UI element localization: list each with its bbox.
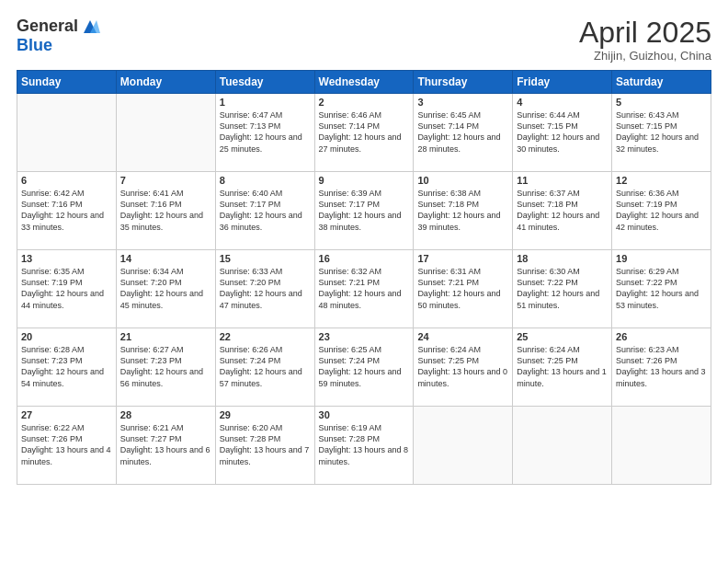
day-cell (414, 407, 513, 485)
day-info: Sunrise: 6:34 AM Sunset: 7:20 PM Dayligh… (120, 266, 211, 311)
day-number: 9 (319, 175, 410, 186)
day-info: Sunrise: 6:46 AM Sunset: 7:14 PM Dayligh… (319, 109, 410, 155)
logo-blue-text: Blue (17, 37, 100, 55)
day-info: Sunrise: 6:36 AM Sunset: 7:19 PM Dayligh… (616, 188, 707, 233)
day-cell (513, 407, 612, 485)
day-cell: 5Sunrise: 6:43 AM Sunset: 7:15 PM Daylig… (612, 94, 711, 172)
day-cell: 25Sunrise: 6:24 AM Sunset: 7:25 PM Dayli… (513, 328, 612, 407)
day-info: Sunrise: 6:41 AM Sunset: 7:16 PM Dayligh… (120, 188, 211, 233)
day-header-friday: Friday (513, 71, 612, 94)
day-cell: 30Sunrise: 6:19 AM Sunset: 7:28 PM Dayli… (314, 407, 414, 485)
day-info: Sunrise: 6:27 AM Sunset: 7:23 PM Dayligh… (120, 344, 211, 389)
day-number: 27 (21, 409, 112, 420)
logo-icon (80, 17, 100, 37)
day-number: 21 (120, 331, 211, 342)
day-info: Sunrise: 6:31 AM Sunset: 7:21 PM Dayligh… (417, 266, 508, 311)
month-title: April 2025 (579, 17, 711, 49)
day-cell: 21Sunrise: 6:27 AM Sunset: 7:23 PM Dayli… (116, 328, 215, 407)
day-cell: 29Sunrise: 6:20 AM Sunset: 7:28 PM Dayli… (215, 407, 314, 485)
logo: General Blue (17, 17, 100, 55)
day-cell: 12Sunrise: 6:36 AM Sunset: 7:19 PM Dayli… (612, 172, 711, 250)
day-info: Sunrise: 6:26 AM Sunset: 7:24 PM Dayligh… (220, 344, 311, 389)
day-number: 16 (319, 253, 410, 264)
day-number: 15 (220, 253, 311, 264)
day-cell: 3Sunrise: 6:45 AM Sunset: 7:14 PM Daylig… (414, 94, 513, 172)
day-cell: 8Sunrise: 6:40 AM Sunset: 7:17 PM Daylig… (215, 172, 314, 250)
day-cell: 10Sunrise: 6:38 AM Sunset: 7:18 PM Dayli… (414, 172, 513, 250)
day-info: Sunrise: 6:40 AM Sunset: 7:17 PM Dayligh… (220, 188, 311, 233)
day-cell: 23Sunrise: 6:25 AM Sunset: 7:24 PM Dayli… (314, 328, 414, 407)
day-info: Sunrise: 6:24 AM Sunset: 7:25 PM Dayligh… (417, 344, 508, 389)
day-number: 11 (517, 175, 608, 186)
day-cell: 17Sunrise: 6:31 AM Sunset: 7:21 PM Dayli… (414, 250, 513, 328)
day-cell (17, 94, 117, 172)
day-number: 1 (220, 97, 311, 108)
header: General Blue April 2025 Zhijin, Guizhou,… (17, 17, 711, 63)
day-info: Sunrise: 6:42 AM Sunset: 7:16 PM Dayligh… (21, 188, 112, 233)
day-number: 14 (120, 253, 211, 264)
day-header-sunday: Sunday (17, 71, 117, 94)
day-number: 30 (319, 409, 410, 420)
logo-general-text: General (17, 17, 78, 36)
day-info: Sunrise: 6:21 AM Sunset: 7:27 PM Dayligh… (120, 422, 211, 467)
day-number: 3 (417, 97, 508, 108)
day-cell: 7Sunrise: 6:41 AM Sunset: 7:16 PM Daylig… (116, 172, 215, 250)
day-info: Sunrise: 6:35 AM Sunset: 7:19 PM Dayligh… (21, 266, 112, 311)
day-number: 29 (220, 409, 311, 420)
day-info: Sunrise: 6:37 AM Sunset: 7:18 PM Dayligh… (517, 188, 608, 233)
day-number: 23 (319, 331, 410, 342)
week-row-5: 27Sunrise: 6:22 AM Sunset: 7:26 PM Dayli… (17, 407, 711, 485)
day-cell: 18Sunrise: 6:30 AM Sunset: 7:22 PM Dayli… (513, 250, 612, 328)
week-row-4: 20Sunrise: 6:28 AM Sunset: 7:23 PM Dayli… (17, 328, 711, 407)
day-cell: 15Sunrise: 6:33 AM Sunset: 7:20 PM Dayli… (215, 250, 314, 328)
day-info: Sunrise: 6:30 AM Sunset: 7:22 PM Dayligh… (517, 266, 608, 311)
day-info: Sunrise: 6:43 AM Sunset: 7:15 PM Dayligh… (616, 109, 707, 155)
day-info: Sunrise: 6:44 AM Sunset: 7:15 PM Dayligh… (517, 109, 608, 155)
day-info: Sunrise: 6:38 AM Sunset: 7:18 PM Dayligh… (417, 188, 508, 233)
day-info: Sunrise: 6:23 AM Sunset: 7:26 PM Dayligh… (616, 344, 707, 389)
day-number: 28 (120, 409, 211, 420)
day-cell: 27Sunrise: 6:22 AM Sunset: 7:26 PM Dayli… (17, 407, 117, 485)
day-info: Sunrise: 6:22 AM Sunset: 7:26 PM Dayligh… (21, 422, 112, 467)
week-row-2: 6Sunrise: 6:42 AM Sunset: 7:16 PM Daylig… (17, 172, 711, 250)
day-number: 5 (616, 97, 707, 108)
week-row-3: 13Sunrise: 6:35 AM Sunset: 7:19 PM Dayli… (17, 250, 711, 328)
day-info: Sunrise: 6:45 AM Sunset: 7:14 PM Dayligh… (417, 109, 508, 155)
day-header-wednesday: Wednesday (314, 71, 414, 94)
day-number: 25 (517, 331, 608, 342)
header-row: SundayMondayTuesdayWednesdayThursdayFrid… (17, 71, 711, 94)
day-cell: 16Sunrise: 6:32 AM Sunset: 7:21 PM Dayli… (314, 250, 414, 328)
day-info: Sunrise: 6:39 AM Sunset: 7:17 PM Dayligh… (319, 188, 410, 233)
day-cell (612, 407, 711, 485)
day-header-tuesday: Tuesday (215, 71, 314, 94)
calendar-header: SundayMondayTuesdayWednesdayThursdayFrid… (17, 71, 711, 94)
day-cell: 19Sunrise: 6:29 AM Sunset: 7:22 PM Dayli… (612, 250, 711, 328)
day-info: Sunrise: 6:20 AM Sunset: 7:28 PM Dayligh… (220, 422, 311, 467)
day-cell: 2Sunrise: 6:46 AM Sunset: 7:14 PM Daylig… (314, 94, 414, 172)
day-cell: 1Sunrise: 6:47 AM Sunset: 7:13 PM Daylig… (215, 94, 314, 172)
calendar-body: 1Sunrise: 6:47 AM Sunset: 7:13 PM Daylig… (17, 94, 711, 485)
day-number: 22 (220, 331, 311, 342)
title-section: April 2025 Zhijin, Guizhou, China (579, 17, 711, 63)
day-cell: 24Sunrise: 6:24 AM Sunset: 7:25 PM Dayli… (414, 328, 513, 407)
day-cell (116, 94, 215, 172)
day-info: Sunrise: 6:29 AM Sunset: 7:22 PM Dayligh… (616, 266, 707, 311)
week-row-1: 1Sunrise: 6:47 AM Sunset: 7:13 PM Daylig… (17, 94, 711, 172)
day-number: 10 (417, 175, 508, 186)
day-number: 6 (21, 175, 112, 186)
day-cell: 6Sunrise: 6:42 AM Sunset: 7:16 PM Daylig… (17, 172, 117, 250)
day-cell: 9Sunrise: 6:39 AM Sunset: 7:17 PM Daylig… (314, 172, 414, 250)
day-number: 8 (220, 175, 311, 186)
day-cell: 4Sunrise: 6:44 AM Sunset: 7:15 PM Daylig… (513, 94, 612, 172)
day-number: 18 (517, 253, 608, 264)
day-cell: 11Sunrise: 6:37 AM Sunset: 7:18 PM Dayli… (513, 172, 612, 250)
day-cell: 26Sunrise: 6:23 AM Sunset: 7:26 PM Dayli… (612, 328, 711, 407)
day-info: Sunrise: 6:24 AM Sunset: 7:25 PM Dayligh… (517, 344, 608, 389)
day-cell: 20Sunrise: 6:28 AM Sunset: 7:23 PM Dayli… (17, 328, 117, 407)
day-number: 7 (120, 175, 211, 186)
day-cell: 28Sunrise: 6:21 AM Sunset: 7:27 PM Dayli… (116, 407, 215, 485)
day-info: Sunrise: 6:19 AM Sunset: 7:28 PM Dayligh… (319, 422, 410, 467)
day-number: 24 (417, 331, 508, 342)
day-cell: 22Sunrise: 6:26 AM Sunset: 7:24 PM Dayli… (215, 328, 314, 407)
day-number: 4 (517, 97, 608, 108)
